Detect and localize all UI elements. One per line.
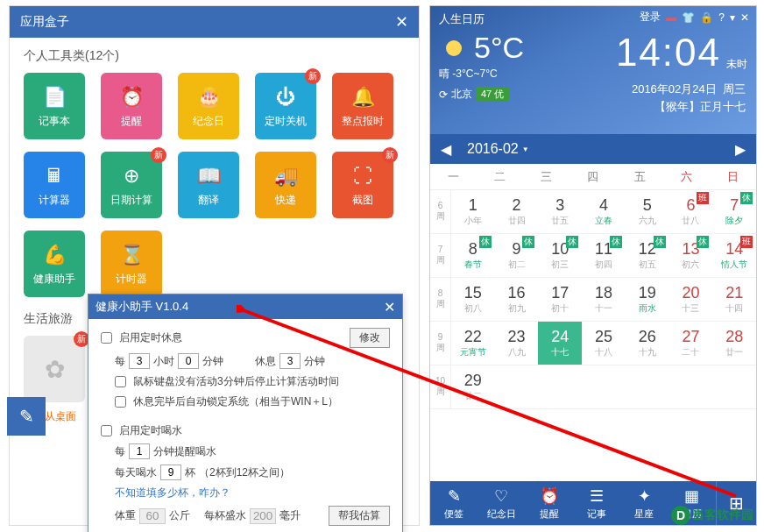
day-cell[interactable]: 9初二休 xyxy=(495,234,539,277)
tool-定时关机[interactable]: ⏻定时关机新 xyxy=(255,73,316,139)
day-subtitle: 初九 xyxy=(508,302,526,315)
day-cell[interactable]: 2廿四 xyxy=(495,190,539,233)
help-icon[interactable]: ? xyxy=(718,11,725,24)
day-cell[interactable]: 4立春 xyxy=(582,190,626,233)
toolbar-icon: ▦ xyxy=(684,486,699,506)
tool-快递[interactable]: 🚚快递 xyxy=(255,152,316,218)
city-name[interactable]: 北京 xyxy=(451,87,472,102)
day-cell[interactable]: 3廿五 xyxy=(538,190,582,233)
calendar-window: 人生日历 登录 ▬ 👕 🔒 ? ▾ ✕ 5°C 晴 -3°C~7°C ⟳ xyxy=(429,5,757,526)
tool-纪念日[interactable]: 🎂纪念日 xyxy=(178,73,239,139)
dialog-close-icon[interactable]: ✕ xyxy=(384,299,395,316)
help-link[interactable]: 不知道填多少杯，咋办？ xyxy=(115,486,230,500)
toolbar-便签[interactable]: ✎便签 xyxy=(430,481,478,525)
toolbar-纪念日[interactable]: ♡纪念日 xyxy=(478,481,525,525)
day-cell[interactable]: 19雨水 xyxy=(626,278,669,321)
calendar-grid: 6周1小年2廿四3廿五4立春5六九6廿八班7除夕休7周8春节休9初二休10初三休… xyxy=(430,190,756,409)
day-cell[interactable]: 29廿二 xyxy=(451,365,495,408)
edit-button[interactable]: ✎ xyxy=(7,397,46,436)
tool-partial[interactable]: 新 ✿ xyxy=(24,336,85,402)
day-cell[interactable]: 10初三休 xyxy=(538,234,582,277)
day-cell[interactable]: 23八九 xyxy=(495,322,539,365)
dialog-title: 健康小助手 V1.0.4 xyxy=(96,299,188,315)
weight-input[interactable] xyxy=(139,508,166,524)
window-close-icon[interactable]: ✕ xyxy=(740,11,749,24)
tool-整点报时[interactable]: 🔔整点报时 xyxy=(332,73,393,139)
clover-icon: ✿ xyxy=(24,336,85,402)
health-assistant-dialog: 健康小助手 V1.0.4 ✕ 启用定时休息 修改 每 小时 分钟 休息 分钟 鼠… xyxy=(88,294,403,532)
day-cell[interactable]: 6廿八班 xyxy=(669,190,713,233)
day-cell xyxy=(582,365,626,408)
idle-checkbox[interactable] xyxy=(115,376,126,387)
day-cell[interactable]: 28廿一 xyxy=(712,322,756,365)
tool-翻译[interactable]: 📖翻译 xyxy=(178,152,239,218)
day-cell[interactable]: 12初五休 xyxy=(626,234,669,277)
cups-input[interactable] xyxy=(160,465,181,480)
hour-input[interactable] xyxy=(129,353,150,369)
toolbar-label: 记事 xyxy=(587,507,606,521)
tool-计算器[interactable]: 🖩计算器 xyxy=(24,152,85,218)
day-cell[interactable]: 17初十 xyxy=(538,278,582,321)
tool-计时器[interactable]: ⌛计时器 xyxy=(101,231,162,297)
day-cell[interactable]: 11初四休 xyxy=(582,234,626,277)
lock-checkbox[interactable] xyxy=(115,396,126,408)
tool-icon: ⊕ xyxy=(118,163,145,189)
day-cell[interactable]: 8春节休 xyxy=(451,234,495,277)
day-subtitle: 十九 xyxy=(639,346,656,358)
day-cell[interactable]: 21十四 xyxy=(712,278,756,321)
tool-日期计算[interactable]: ⊕日期计算新 xyxy=(101,152,162,218)
toolbar-icon: ✎ xyxy=(448,486,461,506)
calendar-header: 人生日历 登录 ▬ 👕 🔒 ? ▾ ✕ 5°C 晴 -3°C~7°C ⟳ xyxy=(430,6,756,134)
day-cell[interactable]: 15初八 xyxy=(451,278,495,321)
aqi-badge: 47 优 xyxy=(476,87,509,102)
tool-提醒[interactable]: ⏰提醒 xyxy=(101,73,162,139)
minute-input[interactable] xyxy=(178,353,199,369)
day-cell[interactable]: 22元宵节 xyxy=(451,322,495,365)
tool-label: 记事本 xyxy=(39,114,70,129)
enable-drink-checkbox[interactable] xyxy=(101,425,112,436)
day-cell[interactable]: 1小年 xyxy=(451,190,495,233)
skin-icon[interactable]: 👕 xyxy=(682,11,695,24)
temp-value: 5°C xyxy=(474,31,524,65)
refresh-icon[interactable]: ⟳ xyxy=(439,89,448,101)
tool-健康助手[interactable]: 💪健康助手 xyxy=(24,231,85,297)
menu-icon[interactable]: ▾ xyxy=(730,11,735,24)
rest-input[interactable] xyxy=(279,353,301,369)
day-cell[interactable]: 16初九 xyxy=(495,278,539,321)
day-cell[interactable]: 14情人节班 xyxy=(712,234,756,277)
toolbar-记事[interactable]: ☰记事 xyxy=(573,481,620,525)
day-cell[interactable]: 27二十 xyxy=(669,322,713,365)
day-subtitle: 二十 xyxy=(682,346,699,358)
day-number: 7 xyxy=(730,196,739,215)
next-month-button[interactable]: ▶ xyxy=(725,141,756,158)
prev-month-button[interactable]: ◀ xyxy=(430,141,462,158)
drink-min-input[interactable] xyxy=(129,443,150,459)
enable-rest-checkbox[interactable] xyxy=(101,332,112,344)
day-subtitle: 初五 xyxy=(639,259,656,271)
ml-input[interactable] xyxy=(250,508,276,524)
tool-记事本[interactable]: 📄记事本 xyxy=(24,73,85,139)
day-number: 16 xyxy=(508,284,526,302)
label-hour: 小时 xyxy=(153,354,174,369)
toolbar-提醒[interactable]: ⏰提醒 xyxy=(526,481,573,525)
day-subtitle: 廿五 xyxy=(551,215,569,227)
lock-icon[interactable]: 🔒 xyxy=(700,11,713,24)
toolbar-星座[interactable]: ✦星座 xyxy=(620,481,668,525)
tool-截图[interactable]: ⛶截图新 xyxy=(332,152,393,218)
tool-label: 翻译 xyxy=(198,193,219,208)
day-cell[interactable]: 13初六休 xyxy=(669,234,713,277)
year-month-picker[interactable]: 2016-02 ▼ xyxy=(462,141,725,157)
day-cell[interactable]: 26十九 xyxy=(626,322,669,365)
day-cell[interactable]: 20十三 xyxy=(669,278,713,321)
login-link[interactable]: 登录 xyxy=(640,10,661,25)
day-cell[interactable]: 18十一 xyxy=(582,278,626,321)
estimate-button[interactable]: 帮我估算 xyxy=(329,506,390,526)
gift-icon[interactable]: ▬ xyxy=(666,11,676,24)
day-cell[interactable]: 7除夕休 xyxy=(712,190,756,233)
close-icon[interactable]: ✕ xyxy=(395,12,408,32)
day-number: 27 xyxy=(682,328,699,346)
day-cell[interactable]: 5六九 xyxy=(626,190,669,233)
day-cell[interactable]: 25十八 xyxy=(582,322,626,365)
modify-button[interactable]: 修改 xyxy=(350,328,390,348)
day-cell[interactable]: 24十七 xyxy=(538,322,582,365)
